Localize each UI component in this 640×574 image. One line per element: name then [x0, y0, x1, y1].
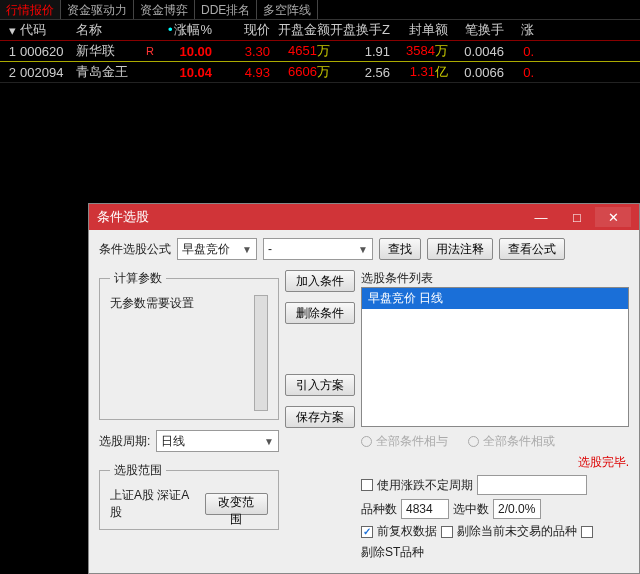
- col-name[interactable]: 名称: [76, 21, 146, 39]
- view-formula-button[interactable]: 查看公式: [499, 238, 565, 260]
- col-code[interactable]: 代码: [20, 21, 76, 39]
- table-row[interactable]: 1 000620 新华联 R 10.00 3.30 4651万 1.91 358…: [0, 41, 640, 62]
- del-condition-button[interactable]: 删除条件: [285, 302, 355, 324]
- row-idx: 1: [0, 44, 20, 59]
- add-condition-button[interactable]: 加入条件: [285, 270, 355, 292]
- scope-group: 选股范围 上证A股 深证A股 改变范围: [99, 462, 279, 530]
- change-scope-button[interactable]: 改变范围: [205, 493, 268, 515]
- calc-legend: 计算参数: [110, 270, 166, 287]
- tab-dde[interactable]: DDE排名: [195, 0, 257, 19]
- tab-quote[interactable]: 行情报价: [0, 0, 61, 19]
- row-idx: 2: [0, 65, 20, 80]
- condition-dialog: 条件选股 — □ ✕ 条件选股公式 早盘竞价▼ -▼ 查找 用法注释 查看公式 …: [88, 203, 640, 574]
- chevron-down-icon: ▼: [242, 244, 252, 255]
- row-price: 3.30: [212, 44, 270, 59]
- formula-label: 条件选股公式: [99, 241, 171, 258]
- chevron-down-icon: ▼: [358, 244, 368, 255]
- scope-legend: 选股范围: [110, 462, 166, 479]
- maximize-icon[interactable]: □: [559, 207, 595, 227]
- find-button[interactable]: 查找: [379, 238, 421, 260]
- row-tick-turnover: 0.0046: [448, 44, 504, 59]
- formula-variant-combo[interactable]: -▼: [263, 238, 373, 260]
- scrollbar[interactable]: [254, 295, 268, 411]
- row-pct: 10.00: [162, 44, 212, 59]
- row-name: 新华联: [76, 42, 146, 60]
- row-seal-amount: 1.31亿: [390, 63, 448, 81]
- chk-excl-nontrade-label: 剔除当前未交易的品种: [457, 523, 577, 540]
- chevron-down-icon: ▼: [264, 436, 274, 447]
- row-code: 000620: [20, 44, 76, 59]
- radio-and[interactable]: 全部条件相与: [361, 433, 448, 450]
- condition-listbox[interactable]: 早盘竞价 日线: [361, 287, 629, 427]
- row-open-amount: 4651万: [270, 42, 330, 60]
- row-pct: 10.04: [162, 65, 212, 80]
- top-tabs: 行情报价 资金驱动力 资金博弈 DDE排名 多空阵线: [0, 0, 640, 20]
- row-open-turnover: 2.56: [330, 65, 390, 80]
- tab-fund-game[interactable]: 资金博弈: [134, 0, 195, 19]
- count-label: 品种数: [361, 501, 397, 518]
- row-rise: 0.: [504, 44, 534, 59]
- chk-fq[interactable]: [361, 526, 373, 538]
- table-row[interactable]: 2 002094 青岛金王 10.04 4.93 6606万 2.56 1.31…: [0, 62, 640, 83]
- close-icon[interactable]: ✕: [595, 207, 631, 227]
- status-text: 选股完毕.: [361, 454, 629, 471]
- tab-fund-drive[interactable]: 资金驱动力: [61, 0, 134, 19]
- chk-excl-st-label: 剔除ST品种: [361, 544, 424, 561]
- calc-message: 无参数需要设置: [110, 295, 254, 411]
- dialog-titlebar[interactable]: 条件选股 — □ ✕: [89, 204, 639, 230]
- selected-value: 2/0.0%: [493, 499, 541, 519]
- minimize-icon[interactable]: —: [523, 207, 559, 227]
- col-rise[interactable]: 涨: [504, 21, 534, 39]
- chk-period-label: 使用涨跌不定周期: [377, 477, 473, 494]
- period-label: 选股周期:: [99, 433, 150, 450]
- row-code: 002094: [20, 65, 76, 80]
- selected-label: 选中数: [453, 501, 489, 518]
- col-price[interactable]: 现价: [212, 21, 270, 39]
- row-rise: 0.: [504, 65, 534, 80]
- r-icon: R: [146, 45, 162, 57]
- list-item[interactable]: 早盘竞价 日线: [362, 288, 628, 309]
- chk-period[interactable]: [361, 479, 373, 491]
- import-plan-button[interactable]: 引入方案: [285, 374, 355, 396]
- col-idx[interactable]: ▾: [0, 23, 20, 38]
- save-plan-button[interactable]: 保存方案: [285, 406, 355, 428]
- chk-excl-nontrade[interactable]: [441, 526, 453, 538]
- tab-longshort[interactable]: 多空阵线: [257, 0, 318, 19]
- period-combo[interactable]: 日线▼: [156, 430, 279, 452]
- formula-combo[interactable]: 早盘竞价▼: [177, 238, 257, 260]
- count-value: 4834: [401, 499, 449, 519]
- row-name: 青岛金王: [76, 63, 146, 81]
- row-price: 4.93: [212, 65, 270, 80]
- col-open-amount[interactable]: 开盘金额: [270, 21, 330, 39]
- chk-fq-label: 前复权数据: [377, 523, 437, 540]
- table-header: ▾ 代码 名称 •涨幅% 现价 开盘金额 开盘换手Z 封单额 笔换手 涨: [0, 20, 640, 41]
- radio-or[interactable]: 全部条件相或: [468, 433, 555, 450]
- scope-text: 上证A股 深证A股: [110, 487, 197, 521]
- chk-excl-st[interactable]: [581, 526, 593, 538]
- condlist-legend: 选股条件列表: [361, 270, 629, 287]
- row-tick-turnover: 0.0066: [448, 65, 504, 80]
- dialog-title: 条件选股: [97, 208, 149, 226]
- col-seal-amount[interactable]: 封单额: [390, 21, 448, 39]
- col-pct[interactable]: •涨幅%: [162, 21, 212, 39]
- col-tick-turnover[interactable]: 笔换手: [448, 21, 504, 39]
- row-open-turnover: 1.91: [330, 44, 390, 59]
- col-open-turnover[interactable]: 开盘换手Z: [330, 21, 390, 39]
- period-input[interactable]: [477, 475, 587, 495]
- calc-params-group: 计算参数 无参数需要设置: [99, 270, 279, 420]
- usage-button[interactable]: 用法注释: [427, 238, 493, 260]
- row-seal-amount: 3584万: [390, 42, 448, 60]
- row-open-amount: 6606万: [270, 63, 330, 81]
